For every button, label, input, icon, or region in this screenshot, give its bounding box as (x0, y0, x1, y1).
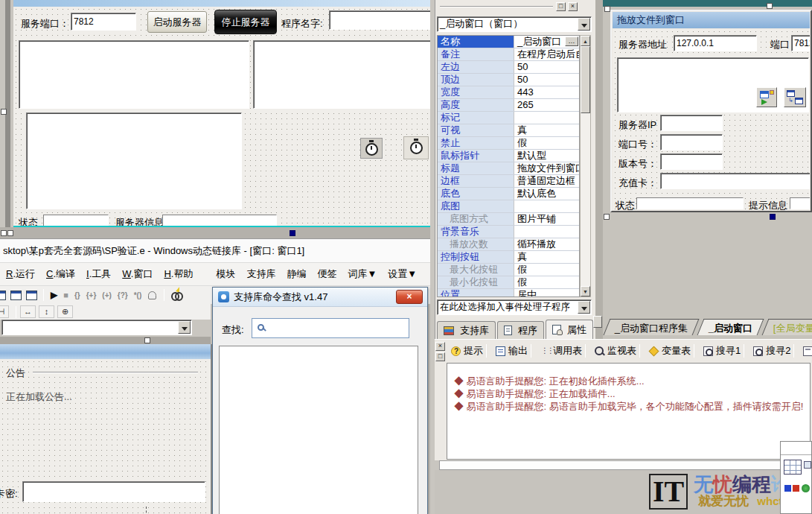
server-ip-input[interactable] (660, 115, 723, 131)
file-drop-listbox[interactable] (617, 57, 809, 112)
property-row[interactable]: 顶边 50… (438, 74, 579, 86)
property-value[interactable]: 在程序启动后自动… (514, 48, 579, 60)
property-value[interactable]: 50… (514, 61, 579, 73)
panel-grip[interactable] (440, 6, 553, 7)
property-row[interactable]: 底图 … (438, 200, 579, 213)
property-value[interactable]: 假… (514, 264, 579, 276)
menu-item[interactable]: 静编 (287, 267, 306, 281)
property-row[interactable]: 边框 普通固定边框… (438, 175, 579, 188)
property-value[interactable]: 假… (514, 276, 579, 288)
card-key-input[interactable] (22, 481, 205, 502)
stop-icon[interactable] (63, 291, 68, 299)
code-tab[interactable]: _启动窗口 (697, 319, 764, 335)
property-row[interactable]: 标记 … (438, 112, 579, 124)
menu-item[interactable]: W.窗口 (122, 267, 153, 281)
code-tab[interactable]: [全局变量表] (762, 319, 812, 335)
property-value[interactable]: 50… (514, 74, 579, 86)
ellipsis-button[interactable]: … (565, 37, 578, 46)
property-row[interactable]: 底色 默认底色… (438, 188, 579, 200)
menu-item[interactable]: I.工具 (86, 267, 111, 281)
server-addr-input[interactable] (674, 35, 757, 51)
login-form-titlebar[interactable] (0, 344, 211, 359)
output-tab[interactable]: 搜寻1 (700, 344, 750, 358)
menu-item[interactable]: C.编译 (46, 267, 75, 281)
property-row[interactable]: 背景音乐 … (438, 226, 579, 238)
property-row[interactable]: 底图方式 图片平铺… (438, 213, 579, 226)
find-command-icon[interactable] (171, 291, 185, 299)
step-into-icon[interactable] (74, 291, 80, 299)
run-icon[interactable] (51, 290, 57, 300)
output-tab[interactable]: 提示 (448, 344, 493, 358)
property-row[interactable]: 宽度 443… (438, 86, 579, 99)
menu-item[interactable]: 便签 (317, 267, 336, 281)
menu-item[interactable]: R.运行 (6, 267, 35, 281)
property-value[interactable]: 拖放文件到窗口… (514, 162, 579, 174)
port-input[interactable] (791, 35, 810, 51)
scroll-up-icon[interactable]: ▲ (581, 36, 590, 46)
property-value[interactable]: 循环播放… (514, 238, 579, 250)
selection-handle[interactable] (604, 214, 610, 220)
log-listbox[interactable] (253, 40, 430, 109)
property-row[interactable]: 最小化按钮 假… (438, 276, 579, 289)
main-titlebar[interactable]: sktop\某p套壳全套源码\SP验证.e - Windows动态链接库 - [… (0, 238, 430, 262)
property-value[interactable]: … (514, 226, 579, 238)
step-over-icon[interactable] (86, 291, 97, 299)
output-tab[interactable]: 输出 (493, 344, 537, 358)
scroll-down-icon[interactable]: ▼ (581, 286, 590, 296)
blue-tool-icon[interactable] (784, 485, 791, 492)
same-height-icon[interactable]: ↕ (39, 305, 54, 318)
panel-tab[interactable]: 属性 (546, 320, 593, 339)
selection-handle[interactable] (7, 230, 13, 236)
component-selector-combo[interactable] (1, 320, 192, 335)
menu-item[interactable]: 设置▼ (388, 267, 417, 281)
dropdown-arrow-icon[interactable] (178, 321, 191, 334)
step-out-icon[interactable] (102, 291, 112, 299)
drop-form-titlebar[interactable]: 拖放文件到窗口 (613, 12, 810, 28)
search-input[interactable] (252, 318, 409, 338)
property-value[interactable]: _启动窗口… (514, 36, 579, 48)
program-name-input[interactable] (329, 10, 430, 30)
property-value[interactable]: 普通固定边框… (514, 175, 579, 187)
network-component-icon[interactable]: ↳ (784, 87, 806, 107)
same-width-icon[interactable]: ↔ (20, 305, 36, 318)
property-grid-scrollbar[interactable]: ▲ ▼ (580, 35, 591, 297)
property-row[interactable]: 名称 _启动窗口… (438, 36, 579, 48)
message-listbox[interactable] (26, 112, 242, 209)
client-component-icon[interactable] (756, 87, 777, 107)
server-port-input[interactable] (71, 13, 136, 31)
property-value[interactable]: 真… (514, 251, 579, 263)
align-edge-icon[interactable]: ⊣ (0, 305, 9, 318)
stop-server-button[interactable]: 停止服务器 (214, 10, 277, 34)
start-server-button[interactable]: 启动服务器 (147, 11, 207, 33)
property-value[interactable]: 443… (514, 86, 579, 98)
small-window-icon[interactable] (804, 461, 811, 469)
selection-handle[interactable] (1, 109, 7, 115)
panel-tab[interactable]: 程序 (497, 321, 544, 339)
menu-item[interactable]: 支持库 (246, 267, 275, 281)
panel-close-button[interactable]: × (568, 2, 578, 11)
vertical-splitter[interactable] (595, 0, 603, 339)
property-value[interactable]: 真… (514, 124, 579, 136)
red-tool-icon[interactable] (793, 485, 799, 492)
event-selector-combo[interactable]: 在此处选择加入事件处理子程序 (437, 299, 592, 315)
property-value[interactable]: 假… (514, 137, 579, 149)
version-input[interactable] (660, 153, 723, 170)
property-row[interactable]: 控制按钮 真… (438, 251, 579, 264)
client-listbox[interactable] (19, 40, 249, 109)
property-row[interactable]: 禁止 假… (438, 137, 579, 150)
property-row[interactable]: 左边 50… (438, 61, 579, 74)
recharge-card-input[interactable] (660, 173, 810, 189)
output-float-button[interactable]: □ (435, 352, 445, 361)
menu-item[interactable]: 模块 (216, 267, 235, 281)
property-row[interactable]: 鼠标指针 默认型… (438, 150, 579, 162)
output-tab[interactable]: 搜寻2 (750, 344, 800, 358)
port-number-input[interactable] (660, 134, 723, 150)
selection-handle[interactable] (144, 337, 150, 343)
property-value[interactable]: 默认底色… (514, 188, 579, 200)
property-row[interactable]: 备注 在程序启动后自动… (438, 48, 579, 61)
selection-handle[interactable] (604, 6, 610, 12)
window-layout-icon[interactable] (0, 291, 6, 300)
left-scrollbar[interactable] (5, 0, 10, 237)
dialog-titlebar[interactable]: 支持库命令查找 v1.47 × (213, 288, 427, 307)
breakpoint-icon[interactable] (134, 291, 142, 299)
